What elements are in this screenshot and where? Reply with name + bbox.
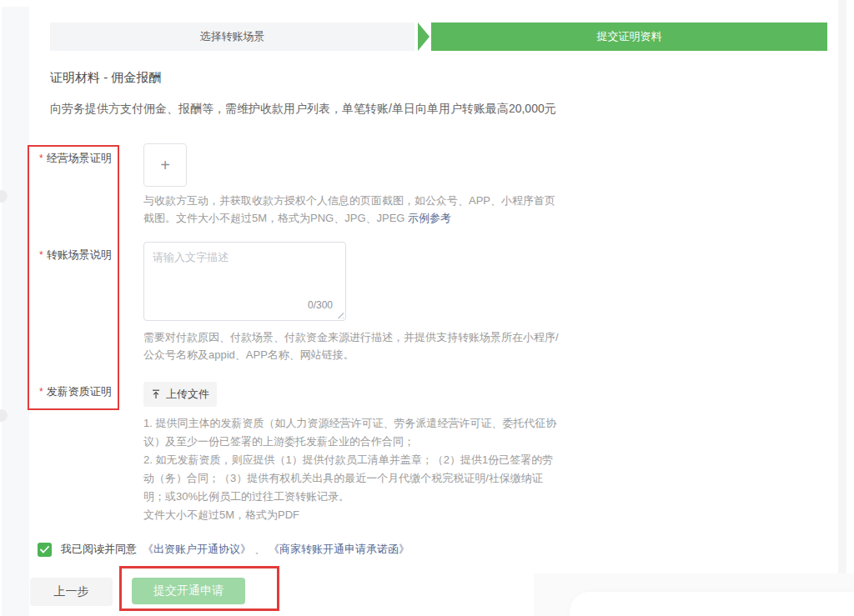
step-label: 提交证明资料 (597, 29, 662, 44)
field-label-business-scene-proof: *经营场景证明 (39, 151, 112, 166)
edge-widget-icon (0, 190, 8, 203)
field-label-transfer-scene-description: *转账场景说明 (39, 248, 112, 263)
transfer-scene-textarea-wrap: 0/300 (143, 242, 346, 321)
step-select-transfer-scene[interactable]: 选择转账场景 (50, 23, 414, 51)
submit-application-button[interactable]: 提交开通申请 (132, 578, 245, 604)
transfer-scene-help-text: 需要对付款原因、付款场景、付款资金来源进行描述，并提供支持转账场景所在小程序/ … (143, 328, 559, 363)
merchant-transfer-commitment-link[interactable]: 《商家转账开通申请承诺函》 (269, 542, 409, 557)
check-icon (40, 546, 49, 553)
vertical-scrollbar[interactable] (838, 0, 846, 616)
page-subtitle: 向劳务提供方支付佣金、报酬等，需维护收款用户列表，单笔转账/单日向单用户转账最高… (50, 102, 556, 117)
business-scene-help-text: 与收款方互动，并获取收款方授权个人信息的页面截图，如公众号、APP、小程序首页 … (143, 192, 555, 227)
page-title: 证明材料 - 佣金报酬 (50, 70, 161, 86)
funding-account-agreement-link[interactable]: 《出资账户开通协议》 (143, 542, 251, 557)
step-label: 选择转账场景 (200, 29, 265, 44)
example-reference-link[interactable]: 示例参考 (408, 212, 451, 224)
upload-icon (151, 389, 161, 399)
required-asterisk: * (39, 249, 43, 261)
previous-step-button[interactable]: 上一步 (30, 578, 113, 606)
annotation-box-field-labels (28, 145, 119, 410)
upload-file-button[interactable]: 上传文件 (143, 382, 217, 407)
floating-corner-widget (570, 592, 854, 616)
payroll-qualification-help-text: 1. 提供同主体的发薪资质（如人力资源经营许可证、劳务派遣经营许可证、委托代征协… (143, 414, 556, 524)
edge-widget-icon (0, 409, 8, 422)
agreement-prefix-text: 我已阅读并同意 (61, 542, 137, 557)
step-arrow-icon (418, 23, 430, 51)
plus-icon: + (160, 156, 170, 175)
field-label-payroll-qualification-proof: *发薪资质证明 (39, 384, 112, 399)
step-submit-proof[interactable]: 提交证明资料 (431, 23, 827, 51)
link-separator: 、 (254, 542, 265, 557)
required-asterisk: * (39, 153, 43, 164)
character-counter: 0/300 (308, 299, 333, 311)
upload-button-label: 上传文件 (166, 387, 209, 402)
required-asterisk: * (39, 386, 43, 398)
left-sidebar-strip (2, 7, 29, 616)
image-upload-button[interactable]: + (143, 143, 187, 187)
agreement-row: 我已阅读并同意 《出资账户开通协议》 、 《商家转账开通申请承诺函》 (38, 542, 409, 557)
agreement-checkbox[interactable] (38, 543, 52, 557)
